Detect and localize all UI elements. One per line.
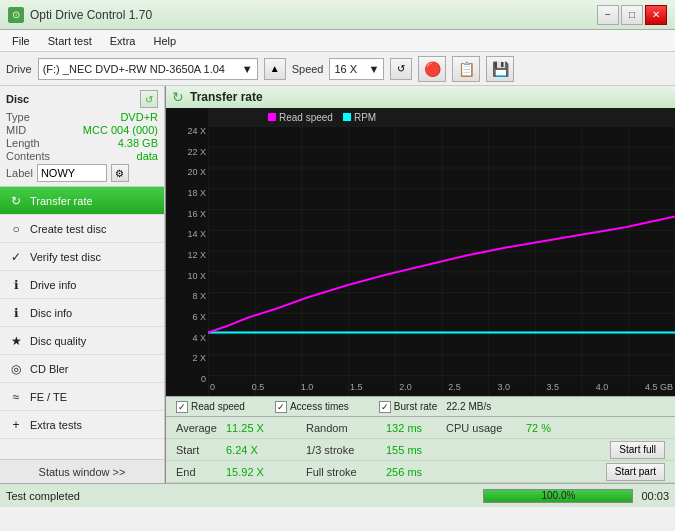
y-label-4: 4 X (168, 333, 206, 343)
check-burst-rate-label: Burst rate (394, 401, 437, 412)
menu-extra[interactable]: Extra (102, 31, 144, 51)
nav-disc-info[interactable]: ℹ Disc info (0, 299, 164, 327)
disc-panel-title: Disc (6, 93, 29, 105)
check-read-speed[interactable]: ✓ Read speed (176, 401, 245, 413)
status-bar: Test completed 100.0% 00:03 (0, 483, 675, 507)
y-label-0: 0 (168, 374, 206, 384)
app-icon: ⊙ (8, 7, 24, 23)
info-button[interactable]: 📋 (452, 56, 480, 82)
x-label-0: 0 (210, 382, 215, 396)
y-label-10: 10 X (168, 271, 206, 281)
fe-te-icon: ≈ (8, 389, 24, 405)
disc-contents-row: Contents data (6, 150, 158, 162)
speed-select[interactable]: 16 X ▼ (329, 58, 384, 80)
stat-start-label: Start (176, 444, 226, 456)
disc-label-edit-button[interactable]: ⚙ (111, 164, 129, 182)
maximize-button[interactable]: □ (621, 5, 643, 25)
nav-cd-bler[interactable]: ◎ CD Bler (0, 355, 164, 383)
y-label-12: 12 X (168, 250, 206, 260)
disc-label-value: NOWY (41, 167, 75, 179)
x-label-35: 3.5 (547, 382, 560, 396)
check-access-times[interactable]: ✓ Access times (275, 401, 349, 413)
legend-rpm-label: RPM (354, 112, 376, 123)
drive-select[interactable]: (F:) _NEC DVD+-RW ND-3650A 1.04 ▼ (38, 58, 258, 80)
chart-legend: Read speed RPM (208, 108, 675, 126)
disc-label-label: Label (6, 167, 33, 179)
title-bar: ⊙ Opti Drive Control 1.70 − □ ✕ (0, 0, 675, 30)
nav-create-test-disc-label: Create test disc (30, 223, 106, 235)
stats-area: Average 11.25 X Random 132 ms CPU usage … (166, 416, 675, 483)
menu-start-test[interactable]: Start test (40, 31, 100, 51)
speed-select-value: 16 X (334, 63, 357, 75)
main-content: Disc ↺ Type DVD+R MID MCC 004 (000) Leng… (0, 86, 675, 483)
drive-label: Drive (6, 63, 32, 75)
status-progress: 100.0% (483, 489, 633, 503)
check-burst-rate[interactable]: ✓ Burst rate 22.2 MB/s (379, 401, 491, 413)
y-label-6: 6 X (168, 312, 206, 322)
y-label-24: 24 X (168, 126, 206, 136)
drive-eject-button[interactable]: ▲ (264, 58, 286, 80)
nav-drive-info[interactable]: ℹ Drive info (0, 271, 164, 299)
stat-full-stroke-value: 256 ms (386, 466, 446, 478)
drive-select-value: (F:) _NEC DVD+-RW ND-3650A 1.04 (43, 63, 225, 75)
nav-fe-te-label: FE / TE (30, 391, 67, 403)
nav-verify-test-disc[interactable]: ✓ Verify test disc (0, 243, 164, 271)
minimize-button[interactable]: − (597, 5, 619, 25)
check-burst-rate-box[interactable]: ✓ (379, 401, 391, 413)
y-label-20: 20 X (168, 167, 206, 177)
stats-row-average: Average 11.25 X Random 132 ms CPU usage … (166, 417, 675, 439)
chart-svg (208, 126, 675, 396)
bottom-checkboxes: ✓ Read speed ✓ Access times ✓ Burst rate… (166, 396, 675, 416)
stat-cpu-value: 72 % (526, 422, 566, 434)
check-access-times-box[interactable]: ✓ (275, 401, 287, 413)
chart-header: ↻ Transfer rate (166, 86, 675, 108)
stat-random-label: Random (306, 422, 386, 434)
menu-bar: File Start test Extra Help (0, 30, 675, 52)
menu-help[interactable]: Help (145, 31, 184, 51)
nav-disc-quality[interactable]: ★ Disc quality (0, 327, 164, 355)
disc-info-icon: ℹ (8, 305, 24, 321)
nav-fe-te[interactable]: ≈ FE / TE (0, 383, 164, 411)
disc-refresh-button[interactable]: ↺ (140, 90, 158, 108)
start-part-button[interactable]: Start part (606, 463, 665, 481)
chart-svg-container: 0 0.5 1.0 1.5 2.0 2.5 3.0 3.5 4.0 4.5 GB (208, 126, 675, 396)
disc-info-panel: Disc ↺ Type DVD+R MID MCC 004 (000) Leng… (0, 86, 164, 187)
sidebar: Disc ↺ Type DVD+R MID MCC 004 (000) Leng… (0, 86, 165, 483)
y-label-14: 14 X (168, 229, 206, 239)
x-label-2: 2.0 (399, 382, 412, 396)
nav-drive-info-label: Drive info (30, 279, 76, 291)
legend-rpm-dot (343, 113, 351, 121)
status-window-button[interactable]: Status window >> (0, 459, 164, 483)
x-label-1: 1.0 (301, 382, 314, 396)
content-wrapper: Disc ↺ Type DVD+R MID MCC 004 (000) Leng… (0, 86, 675, 507)
stat-stroke13-value: 155 ms (386, 444, 446, 456)
check-access-times-label: Access times (290, 401, 349, 412)
stats-row-start: Start 6.24 X 1/3 stroke 155 ms Start ful… (166, 439, 675, 461)
close-button[interactable]: ✕ (645, 5, 667, 25)
save-button[interactable]: 💾 (486, 56, 514, 82)
nav-extra-tests[interactable]: + Extra tests (0, 411, 164, 439)
erase-button[interactable]: 🔴 (418, 56, 446, 82)
menu-file[interactable]: File (4, 31, 38, 51)
speed-label: Speed (292, 63, 324, 75)
stat-start-value: 6.24 X (226, 444, 306, 456)
check-read-speed-box[interactable]: ✓ (176, 401, 188, 413)
nav-disc-info-label: Disc info (30, 307, 72, 319)
y-label-16: 16 X (168, 209, 206, 219)
chart-area: 24 X 22 X 20 X 18 X 16 X 14 X 12 X 10 X … (166, 108, 675, 396)
nav-create-test-disc[interactable]: ○ Create test disc (0, 215, 164, 243)
disc-mid-value: MCC 004 (000) (83, 124, 158, 136)
status-time: 00:03 (641, 490, 669, 502)
nav-extra-tests-label: Extra tests (30, 419, 82, 431)
nav-transfer-rate[interactable]: ↻ Transfer rate (0, 187, 164, 215)
stat-stroke13-label: 1/3 stroke (306, 444, 386, 456)
chart-and-controls: ↻ Transfer rate 24 X 22 X 20 X 18 X 16 X… (165, 86, 675, 483)
disc-quality-icon: ★ (8, 333, 24, 349)
disc-label-field[interactable]: NOWY (37, 164, 107, 182)
speed-refresh-button[interactable]: ↺ (390, 58, 412, 80)
start-full-button[interactable]: Start full (610, 441, 665, 459)
chart-inner: ↻ Transfer rate 24 X 22 X 20 X 18 X 16 X… (165, 86, 675, 483)
disc-label-row: Label NOWY ⚙ (6, 164, 158, 182)
y-label-2: 2 X (168, 353, 206, 363)
stat-full-stroke-label: Full stroke (306, 466, 386, 478)
